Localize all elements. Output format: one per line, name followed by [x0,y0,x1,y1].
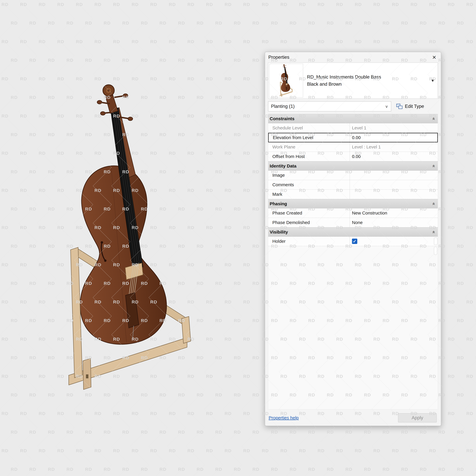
section-header-visibility[interactable]: Visibility « [268,227,438,237]
row-options-button[interactable] [434,238,438,245]
instance-filter-combo[interactable]: Planting (1) ∨ [268,101,391,111]
property-value-input[interactable]: 0.00 [350,133,437,142]
property-value-input[interactable]: None [350,218,438,227]
chevron-down-icon: ∨ [385,104,388,108]
row-elevation-from-level[interactable]: Elevation from Level 0.00 [268,133,438,142]
collapse-chevron-icon[interactable]: « [431,165,437,167]
instance-filter-value: Planting (1) [271,104,295,109]
property-value-input[interactable] [350,190,438,199]
property-label: Image [268,171,350,180]
property-label: Holder [268,237,350,246]
edit-type-button[interactable]: Edit Type [394,101,438,111]
row-work-plane[interactable]: Work Plane Level : Level 1 [268,142,438,152]
property-label: Phase Demolished [268,218,350,227]
property-value-input[interactable]: 0.00 [350,152,438,161]
panel-titlebar[interactable]: Properties × [265,52,441,63]
double-bass-render [64,81,195,395]
scrollbar-thumb[interactable] [434,247,437,255]
property-value: ✓ [350,237,438,246]
type-thumbnail [269,64,303,98]
panel-footer: Properties help Apply [265,411,441,426]
revit-canvas: Properties × RD_Music Instruments Double… [0,0,476,476]
row-comments[interactable]: Comments [268,180,438,190]
row-phase-demolished[interactable]: Phase Demolished None [268,218,438,227]
property-value: Level 1 [350,123,438,133]
section-title: Identity Data [270,164,296,169]
property-value: Level : Level 1 [350,142,438,152]
type-thumbnail-image [270,64,303,97]
section-header-identity-data[interactable]: Identity Data « [268,161,438,171]
property-label: Offset from Host [268,152,350,161]
collapse-chevron-icon[interactable]: « [431,117,437,120]
property-label: Schedule Level [268,123,350,133]
section-title: Visibility [270,230,288,235]
row-image[interactable]: Image [268,171,438,180]
property-label: Phase Created [268,208,350,218]
scrollbar[interactable] [434,246,438,409]
property-label: Comments [268,180,350,189]
type-name: RD_Music Instruments Double Bass Black a… [304,73,431,88]
property-label: Work Plane [268,142,350,152]
property-grid: Constraints « Schedule Level Level 1 Ele… [268,114,438,409]
section-title: Phasing [270,201,287,206]
properties-panel: Properties × RD_Music Instruments Double… [265,52,441,426]
collapse-chevron-icon[interactable]: « [431,231,437,233]
grid-empty-area [268,246,438,409]
edit-type-label: Edit Type [405,104,424,109]
section-title: Constraints [270,116,294,121]
type-selector[interactable]: RD_Music Instruments Double Bass Black a… [268,63,438,99]
double-bass-model[interactable] [64,81,195,395]
type-name-line1: RD_Music Instruments Double Bass [307,73,428,81]
apply-button[interactable]: Apply [398,413,437,423]
property-label: Elevation from Level [269,133,350,142]
close-icon[interactable]: × [431,54,437,61]
property-label: Mark [268,190,350,199]
row-mark[interactable]: Mark [268,190,438,199]
selector-row: Planting (1) ∨ Edit Type [265,99,441,114]
edit-type-icon [396,103,403,110]
row-schedule-level[interactable]: Schedule Level Level 1 [268,123,438,133]
holder-checkbox[interactable]: ✓ [352,238,357,244]
property-value-input[interactable] [350,180,438,189]
property-value-input[interactable]: New Construction [350,208,438,218]
check-icon: ✓ [353,239,356,244]
collapse-chevron-icon[interactable]: « [431,203,437,205]
type-name-line2: Black and Brown [307,81,428,88]
type-dropdown-arrow-icon[interactable] [431,80,434,82]
row-holder[interactable]: Holder ✓ [268,237,438,246]
section-header-constraints[interactable]: Constraints « [268,114,438,123]
section-header-phasing[interactable]: Phasing « [268,199,438,208]
row-phase-created[interactable]: Phase Created New Construction [268,208,438,218]
panel-title: Properties [268,55,289,60]
property-value-input[interactable] [350,171,438,180]
properties-help-link[interactable]: Properties help [269,415,299,420]
row-offset-from-host[interactable]: Offset from Host 0.00 [268,152,438,161]
